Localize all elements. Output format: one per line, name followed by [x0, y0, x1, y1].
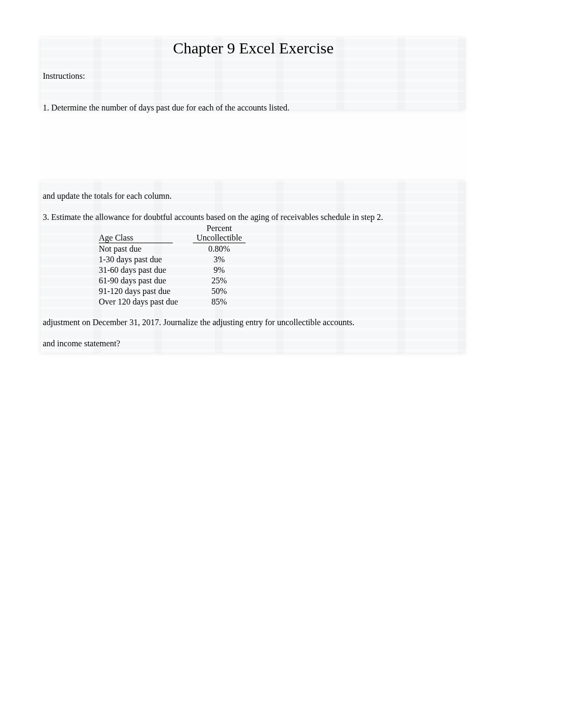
- shaded-block-top: Chapter 9 Excel Exercise Instructions: 1…: [41, 37, 466, 110]
- line-adjustment: adjustment on December 31, 2017. Journal…: [41, 317, 466, 328]
- age-class-pct: 85%: [192, 296, 247, 307]
- age-class-label: 1-30 days past due: [99, 254, 192, 264]
- age-class-pct: 9%: [192, 264, 247, 275]
- aging-table: Age Class Percent Uncollectible Not past…: [99, 224, 466, 307]
- document-title: Chapter 9 Excel Exercise: [41, 37, 466, 60]
- step-3: 3. Estimate the allowance for doubtful a…: [41, 212, 466, 223]
- header-percent-uncollectible: Percent Uncollectible: [192, 224, 247, 243]
- age-class-label: 31-60 days past due: [99, 264, 192, 275]
- table-row: 61-90 days past due 25%: [99, 275, 247, 285]
- instructions-label: Instructions:: [41, 71, 466, 81]
- table-row: 91-120 days past due 50%: [99, 285, 247, 296]
- age-class-pct: 50%: [192, 285, 247, 296]
- age-class-label: Over 120 days past due: [99, 296, 192, 307]
- age-class-label: 61-90 days past due: [99, 275, 192, 285]
- table-row: 1-30 days past due 3%: [99, 254, 247, 264]
- line-income-statement: and income statement?: [41, 338, 466, 349]
- step-1: 1. Determine the number of days past due…: [41, 103, 466, 113]
- shaded-block-bottom: and update the totals for each column. 3…: [41, 180, 466, 353]
- age-class-pct: 3%: [192, 254, 247, 264]
- line-update-totals: and update the totals for each column.: [41, 191, 466, 201]
- age-class-pct: 25%: [192, 275, 247, 285]
- table-row: Not past due 0.80%: [99, 243, 247, 254]
- table-row: Over 120 days past due 85%: [99, 296, 247, 307]
- age-class-pct: 0.80%: [192, 243, 247, 254]
- age-class-label: Not past due: [99, 243, 192, 254]
- age-class-label: 91-120 days past due: [99, 285, 192, 296]
- table-row: 31-60 days past due 9%: [99, 264, 247, 275]
- header-age-class: Age Class: [99, 224, 192, 243]
